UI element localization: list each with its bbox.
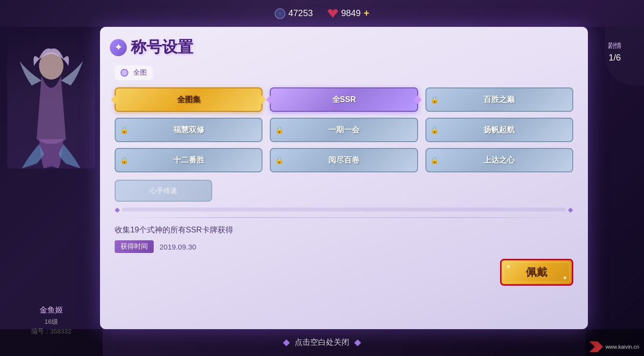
obtain-row: 获得时间 2019.09.30 [115,240,573,253]
description-text: 收集19个式神的所有SSR卡牌获得 [115,225,573,235]
obtain-label: 获得时间 [115,240,154,253]
equip-label: 佩戴 [526,265,547,280]
lock-icon: 🔒 [275,155,283,165]
badge-label: 扬帆起航 [483,125,515,135]
badge-deco-right [258,96,266,104]
badge-deco-left [111,96,120,104]
sparkle-2: ✦ [562,274,568,282]
heart-value: 9849 [341,8,361,19]
description-area: 收集19个式神的所有SSR卡牌获得 获得时间 2019.09.30 [115,225,573,253]
heart-icon [327,8,338,19]
plus-button[interactable]: + [363,8,369,19]
badge-partial-label: 心手传递 [150,187,177,195]
title-icon: ✦ [110,39,127,56]
lock-icon: 🔒 [275,125,283,135]
badge-label: 上达之心 [483,155,515,166]
character-art [7,32,95,168]
character-silhouette [12,42,90,168]
badge-shier[interactable]: 🔒 十二番胜 [115,148,262,172]
badge-label: 阅尽百卷 [328,155,360,166]
badge-yuejin[interactable]: 🔒 阅尽百卷 [270,148,418,172]
watermark-logo-icon [589,341,603,352]
coin-value: 47253 [288,8,313,19]
badge-quanssr[interactable]: 全SSR [270,87,418,112]
sparkle-1: ✦ [505,263,511,271]
lock-icon: 🔒 [120,125,128,135]
badge-yiqi[interactable]: 🔒 一期一会 [270,118,418,142]
filter-icon [121,69,128,77]
equip-button[interactable]: ✦ ✦ 佩戴 [500,259,573,286]
watermark-text: www.kaivin.cn [605,344,639,350]
right-panel-label: 剧情 [608,42,622,50]
close-hint: 点击空白处关闭 [295,337,349,348]
top-hud: 47253 9849 + [0,0,644,27]
badge-deco-left [266,96,275,104]
badge-label: 一期一会 [328,125,360,135]
badge-label: 全图集 [177,95,201,105]
modal-title-area: ✦ 称号设置 [110,37,573,58]
badge-yangfan[interactable]: 🔒 扬帆起航 [425,118,573,142]
lock-icon: 🔒 [120,155,128,165]
bottom-bar: 点击空白处关闭 [0,329,644,356]
obtain-date: 2019.09.30 [160,243,196,251]
modal-divider [115,217,573,218]
modal-title: ✦ 称号设置 [110,37,573,58]
badge-quanjiji[interactable]: 全图集 [115,87,262,112]
badge-partial[interactable]: 心手传递 [115,180,212,202]
badge-shangda[interactable]: 🔒 上达之心 [425,148,573,172]
watermark: www.kaivin.cn [589,341,639,352]
coin-display: 47253 [275,8,313,19]
badge-label: 百胜之巅 [483,95,515,105]
scrollbar[interactable]: ◆ ◆ [122,208,566,211]
badge-deco-right [413,96,422,104]
badge-label: 全SSR [332,95,356,105]
badge-label: 福慧双修 [173,125,204,135]
coin-icon [275,8,285,19]
lock-icon: 🔒 [430,155,439,165]
character-level: 16级 [44,317,58,326]
character-name: 金鱼姬 [40,305,63,315]
filter-label: 全图 [133,68,147,77]
diamond-right-icon [354,339,361,346]
title-settings-modal: ✦ 称号设置 全图 全图集 全SSR 🔒 百胜之巅 🔒 福慧双修 [100,27,588,329]
heart-display: 9849 + [327,8,369,19]
lock-icon: 🔒 [430,125,439,135]
diamond-left-icon [283,339,290,346]
badge-fuhui[interactable]: 🔒 福慧双修 [115,118,262,142]
right-panel: 剧情 1/6 [585,27,644,356]
filter-bar[interactable]: 全图 [115,65,153,80]
badge-label: 十二番胜 [173,155,204,166]
badge-baisheng[interactable]: 🔒 百胜之巅 [425,87,573,112]
action-row: ✦ ✦ 佩戴 [115,259,573,286]
lock-icon: 🔒 [430,95,439,105]
right-panel-progress: 1/6 [608,53,621,63]
badges-grid: 全图集 全SSR 🔒 百胜之巅 🔒 福慧双修 🔒 一期一会 🔒 扬帆起航 [115,87,573,172]
scroll-row: ◆ ◆ [115,208,573,211]
left-character-panel: 金鱼姬 16级 编号：358332 [0,27,102,356]
